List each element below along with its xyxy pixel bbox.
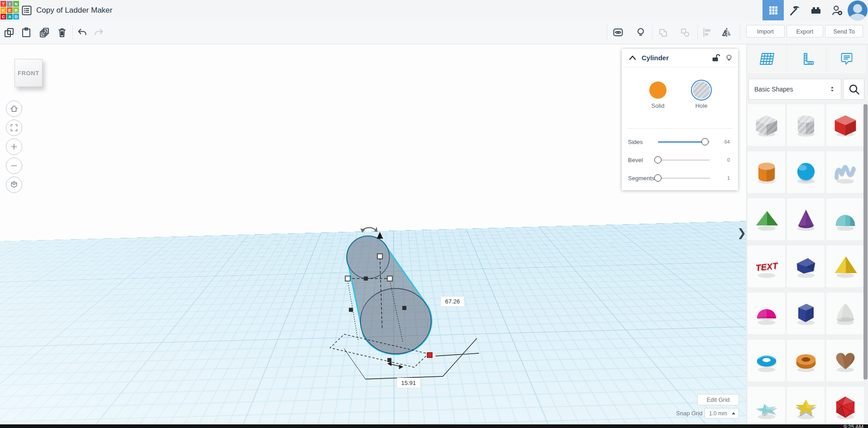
roundroof-icon	[830, 204, 861, 235]
home-view-button[interactable]	[6, 101, 22, 117]
lego-export-button[interactable]	[805, 0, 826, 20]
duplicate-icon	[39, 27, 50, 38]
copy-button[interactable]	[3, 27, 15, 38]
shape-tile-star[interactable]	[787, 387, 825, 428]
snap-grid-dropdown[interactable]: 1.0 mm	[705, 408, 739, 418]
shape-tile-star-thin[interactable]	[748, 387, 785, 428]
shape-tile-polygon[interactable]	[787, 245, 825, 287]
snap-grid-value: 1.0 mm	[709, 410, 727, 417]
segments-value: 1	[716, 175, 730, 181]
paste-button[interactable]	[20, 27, 32, 38]
shape-tile-text[interactable]: TEXTTEXT	[748, 245, 785, 287]
icosahedron-icon	[830, 392, 861, 423]
shape-category-dropdown[interactable]: Basic Shapes	[748, 79, 841, 100]
tinkercad-logo[interactable]: TINKERCAD	[0, 1, 19, 19]
star-icon	[791, 392, 821, 423]
dimension-length-input[interactable]: 67.26	[441, 296, 465, 307]
solid-option[interactable]: Solid	[642, 82, 674, 109]
undo-button[interactable]	[76, 27, 88, 38]
polygon-icon	[791, 251, 821, 282]
sides-label: Sides	[628, 139, 658, 145]
group-button[interactable]	[657, 27, 669, 38]
dashboard-button[interactable]	[762, 0, 784, 20]
lightbulb-icon[interactable]	[724, 53, 734, 63]
header-bar: TINKERCAD Copy of Ladder Maker	[0, 0, 868, 20]
import-button[interactable]: Import	[746, 25, 785, 38]
header-right-icons	[762, 0, 868, 20]
sidebar-tools	[748, 45, 866, 73]
design-title[interactable]: Copy of Ladder Maker	[36, 6, 112, 15]
export-button[interactable]: Export	[786, 25, 823, 38]
send-to-button[interactable]: Send To	[825, 25, 863, 38]
heart-icon	[830, 345, 861, 376]
delete-button[interactable]	[56, 27, 68, 38]
minecraft-export-button[interactable]	[784, 0, 805, 20]
star4-icon	[751, 392, 782, 423]
hole-selected-ring	[691, 80, 712, 101]
show-all-button[interactable]	[612, 27, 624, 38]
sidebar-collapse-chevron[interactable]: ❯	[737, 226, 746, 239]
shape-tile-paraboloid[interactable]	[826, 293, 864, 334]
scrollbar-thumb[interactable]	[863, 104, 868, 380]
view-cube[interactable]: FRONT	[14, 59, 43, 87]
sidebar-scrollbar[interactable]	[863, 44, 868, 425]
slider-thumb[interactable]	[654, 174, 662, 182]
shape-tile-sphere[interactable]	[787, 151, 825, 193]
duplicate-button[interactable]	[38, 27, 50, 38]
zoom-out-button[interactable]	[6, 158, 22, 174]
perspective-toggle-button[interactable]	[6, 177, 22, 193]
fit-view-icon	[10, 123, 19, 132]
shape-tile-heart[interactable]	[826, 340, 864, 381]
solid-label: Solid	[642, 102, 674, 109]
paste-icon	[21, 27, 32, 38]
hide-selected-button[interactable]	[635, 27, 647, 38]
shape-tile-cylinder[interactable]	[748, 151, 785, 193]
edit-toolbar: Import Export Send To	[0, 20, 868, 44]
shape-tile-cone[interactable]	[787, 198, 825, 240]
align-button[interactable]	[702, 27, 714, 38]
sides-slider[interactable]	[658, 141, 710, 143]
shape-tile-box-hole[interactable]	[748, 104, 785, 146]
shape-tile-icosahedron[interactable]	[826, 387, 864, 428]
workplane-tool[interactable]	[748, 45, 786, 73]
bevel-slider[interactable]	[658, 159, 710, 161]
notes-tool[interactable]	[827, 45, 866, 73]
shape-tile-torus[interactable]	[748, 340, 785, 381]
shape-tile-polygon-prism[interactable]	[787, 293, 825, 334]
shape-tile-scribble[interactable]	[826, 151, 864, 193]
user-avatar[interactable]	[848, 0, 868, 20]
unlock-icon[interactable]	[711, 53, 721, 63]
search-shapes-button[interactable]	[843, 79, 864, 100]
slider-thumb[interactable]	[654, 156, 662, 164]
chevron-up-icon	[732, 412, 735, 414]
minus-icon	[10, 161, 19, 170]
dimension-width-input[interactable]: 15.91	[397, 378, 421, 388]
ruler-tool[interactable]	[787, 45, 826, 73]
shape-tile-pyramid[interactable]	[826, 245, 864, 287]
zoom-in-button[interactable]	[6, 139, 22, 155]
redo-button[interactable]	[93, 27, 105, 38]
edit-grid-button[interactable]: Edit Grid	[697, 394, 739, 405]
shape-tile-cylinder-hole[interactable]	[787, 104, 825, 146]
halfsphere-icon	[751, 298, 782, 329]
shape-tile-half-sphere[interactable]	[748, 293, 785, 334]
list-icon	[22, 5, 32, 15]
trash-icon	[57, 27, 67, 38]
shape-tile-box[interactable]	[826, 104, 864, 146]
segments-slider[interactable]	[658, 178, 710, 179]
hole-option[interactable]: Hole	[686, 82, 717, 109]
cone-icon	[791, 204, 821, 235]
snap-grid-label: Snap Grid	[676, 410, 703, 417]
collapse-chevron-icon[interactable]	[627, 53, 638, 63]
slider-thumb[interactable]	[701, 138, 709, 145]
shape-tile-tube[interactable]	[787, 340, 825, 381]
design-menu-button[interactable]	[22, 5, 32, 15]
brick-icon	[810, 5, 822, 16]
mirror-button[interactable]	[721, 27, 733, 38]
invite-button[interactable]	[826, 0, 848, 20]
shape-tile-roof[interactable]	[748, 198, 785, 240]
shape-tile-round-roof[interactable]	[826, 198, 864, 240]
undo-icon	[77, 27, 87, 38]
ungroup-button[interactable]	[679, 27, 691, 38]
fit-view-button[interactable]	[6, 120, 22, 136]
